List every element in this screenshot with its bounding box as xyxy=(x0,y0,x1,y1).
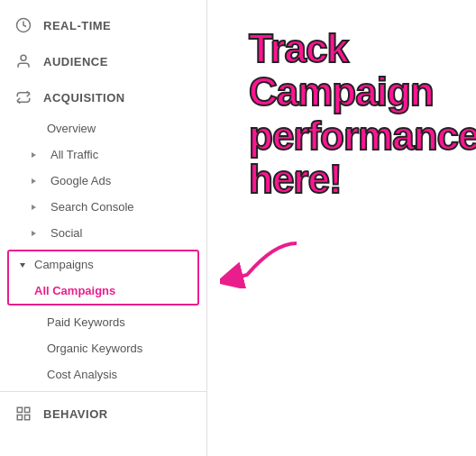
arrow-annotation xyxy=(220,234,301,292)
svg-marker-5 xyxy=(32,231,36,236)
divider xyxy=(0,391,206,392)
callout-line1: Track xyxy=(249,27,476,70)
sidebar-item-overview[interactable]: Overview xyxy=(0,115,206,141)
campaigns-label: Campaigns xyxy=(34,258,94,271)
svg-rect-8 xyxy=(25,407,30,412)
callout-text: Track Campaign performance here! xyxy=(249,27,476,202)
svg-rect-10 xyxy=(25,415,30,420)
sidebar-item-realtime[interactable]: REAL-TIME xyxy=(0,7,206,43)
chevron-right-icon xyxy=(27,149,40,161)
chevron-down-icon xyxy=(16,259,29,271)
behavior-icon xyxy=(14,405,32,423)
behavior-label: BEHAVIOR xyxy=(43,407,108,421)
sidebar-item-acquisition[interactable]: ACQUISITION xyxy=(0,79,206,115)
svg-point-1 xyxy=(21,55,26,60)
chevron-right-icon xyxy=(27,227,40,240)
svg-marker-6 xyxy=(20,263,25,268)
callout-container: Track Campaign performance here! xyxy=(249,27,476,202)
sidebar-item-audience[interactable]: AUDIENCE xyxy=(0,43,206,79)
audience-label: AUDIENCE xyxy=(43,55,108,68)
sidebar-item-paid-keywords[interactable]: Paid Keywords xyxy=(0,309,206,335)
sidebar-item-organic-keywords[interactable]: Organic Keywords xyxy=(0,335,206,361)
person-icon xyxy=(14,52,32,70)
clock-icon xyxy=(14,16,32,34)
arrow-svg xyxy=(220,234,301,288)
acquisition-label: ACQUISITION xyxy=(43,91,125,105)
sidebar-item-cost-analysis[interactable]: Cost Analysis xyxy=(0,361,206,388)
sidebar: REAL-TIME AUDIENCE ACQUISITION Overview xyxy=(0,0,207,456)
svg-rect-9 xyxy=(17,415,22,420)
callout-line3: performance xyxy=(249,114,476,158)
sidebar-item-all-traffic[interactable]: All Traffic xyxy=(0,141,206,168)
campaigns-box: Campaigns All Campaigns xyxy=(7,250,199,306)
sidebar-item-campaigns[interactable]: Campaigns xyxy=(9,251,197,278)
sidebar-item-behavior[interactable]: BEHAVIOR xyxy=(0,396,206,432)
chevron-right-icon xyxy=(27,201,40,214)
sidebar-item-social[interactable]: Social xyxy=(0,220,206,246)
callout-line2: Campaign xyxy=(249,70,476,114)
svg-marker-4 xyxy=(32,205,36,210)
sidebar-item-search-console[interactable]: Search Console xyxy=(0,194,206,220)
sidebar-item-google-ads[interactable]: Google Ads xyxy=(0,168,206,194)
callout-line4: here! xyxy=(249,158,476,201)
svg-marker-3 xyxy=(32,178,36,184)
main-content: Track Campaign performance here! xyxy=(207,0,476,456)
sidebar-item-all-campaigns[interactable]: All Campaigns xyxy=(9,278,197,304)
svg-marker-2 xyxy=(32,152,36,158)
acquisition-icon xyxy=(14,88,32,106)
realtime-label: REAL-TIME xyxy=(43,19,111,32)
chevron-right-icon xyxy=(27,175,40,187)
campaigns-border: Campaigns All Campaigns xyxy=(7,250,199,306)
svg-rect-7 xyxy=(17,407,22,412)
